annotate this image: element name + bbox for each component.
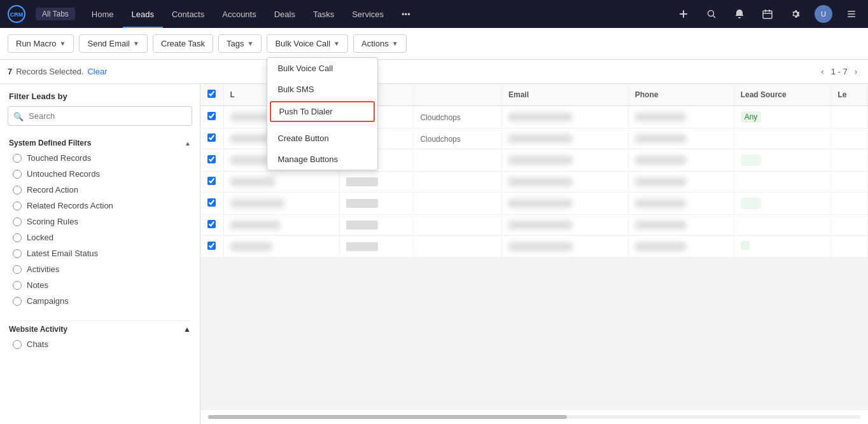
filter-scoring-rules[interactable]: Scoring Rules — [9, 214, 191, 229]
calendar-icon[interactable] — [759, 5, 776, 23]
filter-activities[interactable]: Activities — [9, 261, 191, 277]
filter-untouched-records[interactable]: Untouched Records — [9, 166, 191, 182]
filter-latest-email[interactable]: Latest Email Status — [9, 245, 191, 261]
dropdown-create-button[interactable]: Create Button — [267, 128, 377, 149]
row3-checkbox-cell — [200, 149, 223, 172]
bulk-voice-call-button[interactable]: Bulk Voice Call ▼ — [267, 34, 348, 53]
row7-checkbox[interactable] — [207, 242, 216, 250]
row6-col3 — [414, 215, 502, 236]
nav-services[interactable]: Services — [343, 0, 393, 28]
svg-rect-12 — [848, 17, 855, 18]
actions-chevron: ▼ — [392, 40, 398, 47]
filter-touched-radio — [13, 154, 22, 163]
create-task-button[interactable]: Create Task — [153, 34, 213, 53]
select-all-checkbox[interactable] — [207, 90, 216, 98]
filter-touched-records[interactable]: Touched Records — [9, 150, 191, 166]
row3-checkbox[interactable] — [207, 155, 216, 163]
scrollbar-track — [208, 415, 860, 419]
table-scrollbar — [200, 409, 868, 424]
settings-icon[interactable] — [787, 5, 804, 23]
filter-related-records[interactable]: Related Records Action — [9, 198, 191, 214]
run-macro-button[interactable]: Run Macro ▼ — [8, 34, 74, 53]
th-col3 — [414, 84, 502, 106]
row1-email — [502, 106, 629, 128]
clear-selection-link[interactable]: Clear — [87, 67, 107, 76]
filter-related-label: Related Records Action — [27, 201, 113, 210]
dropdown-manage-buttons[interactable]: Manage Buttons — [267, 149, 377, 170]
nav-other[interactable]: ••• — [393, 0, 419, 28]
row4-extra — [831, 172, 868, 193]
row3-lead-source — [734, 149, 831, 172]
filter-notes-radio — [13, 281, 22, 290]
filter-untouched-radio — [13, 170, 22, 179]
row5-checkbox-cell — [200, 193, 223, 215]
nav-deals[interactable]: Deals — [265, 0, 304, 28]
send-email-button[interactable]: Send Email ▼ — [79, 34, 147, 53]
filter-locked-radio — [13, 233, 22, 242]
filter-campaigns[interactable]: Campaigns — [9, 293, 191, 309]
nav-leads[interactable]: Leads — [123, 0, 163, 28]
row6-extra — [831, 215, 868, 236]
svg-rect-6 — [763, 11, 772, 18]
filter-activities-radio — [13, 265, 22, 274]
dropdown-bulk-sms[interactable]: Bulk SMS — [267, 79, 377, 100]
row1-checkbox-cell — [200, 106, 223, 128]
actions-button[interactable]: Actions ▼ — [353, 34, 407, 53]
notifications-icon[interactable] — [731, 5, 748, 23]
nav-tasks[interactable]: Tasks — [304, 0, 343, 28]
create-icon[interactable] — [675, 5, 692, 23]
row1-col3: Cloudchops — [414, 106, 502, 128]
row5-name[interactable] — [223, 193, 339, 215]
filter-touched-label: Touched Records — [27, 153, 91, 163]
row5-col2 — [339, 193, 414, 215]
row5-checkbox[interactable] — [207, 198, 216, 207]
filter-notes[interactable]: Notes — [9, 277, 191, 293]
prev-page-arrow[interactable]: ‹ — [818, 65, 827, 78]
tags-button[interactable]: Tags ▼ — [218, 34, 262, 53]
svg-line-5 — [713, 16, 716, 18]
th-lead-extra[interactable]: Le — [831, 84, 868, 106]
svg-point-4 — [708, 11, 714, 17]
dropdown-push-to-dialer[interactable]: Push To Dialer — [270, 101, 375, 122]
filter-record-action[interactable]: Record Action — [9, 182, 191, 198]
row2-phone — [628, 128, 734, 149]
row4-name[interactable] — [223, 172, 339, 193]
website-activity-title[interactable]: Website Activity ▲ — [9, 320, 191, 336]
th-lead-source[interactable]: Lead Source — [734, 84, 831, 106]
row6-checkbox[interactable] — [207, 220, 216, 228]
user-avatar[interactable]: U — [815, 5, 832, 23]
all-tabs-pill[interactable]: All Tabs — [36, 8, 75, 20]
menu-icon[interactable] — [843, 5, 860, 23]
filter-related-radio — [13, 202, 22, 210]
nav-home[interactable]: Home — [83, 0, 123, 28]
run-macro-chevron: ▼ — [60, 40, 66, 47]
th-email[interactable]: Email — [502, 84, 629, 106]
nav-accounts[interactable]: Accounts — [213, 0, 265, 28]
row4-checkbox[interactable] — [207, 177, 216, 185]
th-phone[interactable]: Phone — [628, 84, 734, 106]
row4-phone — [628, 172, 734, 193]
scrollbar-thumb[interactable] — [208, 415, 567, 419]
search-icon[interactable] — [703, 5, 720, 23]
tags-chevron: ▼ — [247, 40, 253, 47]
filter-chats[interactable]: Chats — [9, 336, 191, 352]
dropdown-bulk-voice-call[interactable]: Bulk Voice Call — [267, 58, 377, 79]
filter-untouched-label: Untouched Records — [27, 169, 100, 179]
system-filters-title[interactable]: System Defined Filters ▲ — [9, 136, 191, 150]
next-page-arrow[interactable]: › — [851, 65, 860, 78]
row1-checkbox[interactable] — [207, 112, 216, 120]
row5-extra — [831, 193, 868, 215]
row6-name[interactable] — [223, 215, 339, 236]
filter-locked[interactable]: Locked — [9, 229, 191, 245]
table-row — [200, 193, 868, 215]
row7-phone — [628, 236, 734, 257]
row7-name[interactable] — [223, 236, 339, 257]
filter-campaigns-radio — [13, 297, 22, 306]
row2-checkbox[interactable] — [207, 133, 216, 142]
nav-contacts[interactable]: Contacts — [163, 0, 213, 28]
row5-phone — [628, 193, 734, 215]
table-row — [200, 236, 868, 257]
row4-email — [502, 172, 629, 193]
selected-count: 7 — [8, 67, 12, 76]
sidebar-search-input[interactable] — [8, 106, 192, 126]
